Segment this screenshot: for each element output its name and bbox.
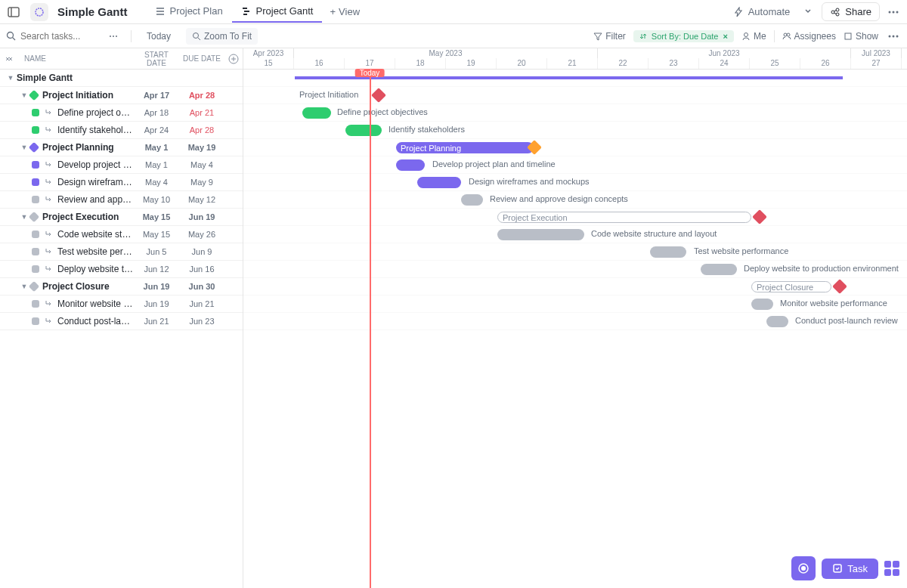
gantt-bar[interactable]: Project Planning [396, 142, 534, 153]
task-name[interactable]: Project Planning [42, 142, 134, 153]
gantt-bar[interactable] [751, 299, 773, 310]
task-status-icon[interactable] [32, 248, 39, 255]
task-row[interactable]: Deploy website to production environment… [0, 261, 243, 278]
task-start-date[interactable]: May 10 [134, 195, 179, 204]
task-row[interactable]: Monitor website performanceJun 19Jun 21 [0, 296, 243, 313]
task-start-date[interactable]: Jun 19 [134, 299, 179, 308]
task-status-icon[interactable] [32, 265, 39, 273]
toolbar-more-button[interactable] [886, 29, 901, 44]
gantt-body[interactable]: Today Project InitiationDefine project o… [243, 70, 907, 588]
task-row[interactable]: ▼Project PlanningMay 1May 19 [0, 139, 243, 156]
task-due-date[interactable]: Jun 21 [179, 299, 224, 308]
task-due-date[interactable]: May 19 [179, 143, 224, 152]
row-toggle[interactable]: ▼ [5, 74, 17, 82]
milestone-status-icon[interactable] [29, 281, 39, 292]
task-row[interactable]: Identify stakeholdersApr 24Apr 28 [0, 122, 243, 139]
task-due-date[interactable]: Jun 16 [179, 265, 224, 274]
task-due-date[interactable]: May 26 [179, 230, 224, 239]
task-name[interactable]: Monitor website performance [57, 299, 134, 309]
column-due-header[interactable]: Due Date [179, 54, 224, 63]
task-name[interactable]: Identify stakeholders [57, 125, 134, 135]
tab-project-gantt[interactable]: Project Gantt [232, 1, 323, 23]
task-due-date[interactable]: Apr 21 [179, 108, 224, 117]
column-start-header[interactable]: Start Date [134, 51, 179, 67]
tab-project-plan[interactable]: Project Plan [146, 1, 232, 23]
task-name[interactable]: Project Execution [42, 212, 134, 222]
gantt-milestone[interactable] [832, 279, 847, 294]
task-due-date[interactable]: Jun 19 [179, 212, 224, 221]
task-row[interactable]: ▼Project ExecutionMay 15Jun 19 [0, 209, 243, 226]
task-row[interactable]: Code website structure and layoutMay 15M… [0, 226, 243, 243]
filter-button[interactable]: Filter [593, 31, 626, 42]
task-start-date[interactable]: Apr 18 [134, 108, 179, 117]
task-name[interactable]: Test website performance [57, 246, 134, 257]
task-name[interactable]: Project Closure [42, 281, 134, 292]
task-row[interactable]: ▼Project InitiationApr 17Apr 28 [0, 87, 243, 104]
zoom-to-fit-button[interactable]: Zoom To Fit [186, 28, 258, 45]
task-name[interactable]: Simple Gantt [17, 73, 134, 83]
gantt-milestone[interactable] [371, 88, 386, 103]
task-start-date[interactable]: Apr 24 [134, 125, 179, 135]
sort-clear-button[interactable]: × [723, 32, 727, 41]
gantt-bar[interactable]: Project Execution [497, 212, 751, 223]
task-status-icon[interactable] [32, 231, 39, 238]
task-row[interactable]: ▼Simple Gantt [0, 70, 243, 87]
task-status-icon[interactable] [32, 300, 39, 308]
record-button[interactable] [791, 556, 816, 580]
automate-button[interactable]: Automate [726, 3, 798, 20]
task-status-icon[interactable] [32, 196, 39, 203]
task-row[interactable]: Conduct post-launch reviewJun 21Jun 23 [0, 313, 243, 330]
add-view-button[interactable]: + View [322, 1, 367, 23]
add-column-button[interactable] [224, 54, 243, 64]
gantt-bar[interactable] [461, 194, 483, 206]
task-start-date[interactable]: Apr 17 [134, 91, 179, 100]
share-button[interactable]: Share [822, 2, 880, 21]
milestone-status-icon[interactable] [29, 142, 39, 153]
task-due-date[interactable]: Jun 30 [179, 282, 224, 291]
task-row[interactable]: Review and approve design conceptsMay 10… [0, 191, 243, 209]
task-due-date[interactable]: Apr 28 [179, 91, 224, 100]
task-row[interactable]: Develop project plan and timelineMay 1Ma… [0, 156, 243, 174]
sort-pill[interactable]: Sort By: Due Date × [633, 30, 734, 42]
task-due-date[interactable]: Jun 23 [179, 317, 224, 326]
gantt-bar[interactable] [396, 159, 425, 171]
show-button[interactable]: Show [844, 31, 878, 42]
today-button[interactable]: Today [139, 28, 178, 45]
search-options-button[interactable] [104, 29, 123, 43]
task-start-date[interactable]: May 1 [134, 160, 179, 169]
gantt-bar[interactable] [417, 177, 461, 188]
task-name[interactable]: Define project objectives [57, 107, 134, 118]
task-due-date[interactable]: May 4 [179, 160, 224, 169]
more-menu-button[interactable] [886, 5, 901, 20]
app-icon[interactable] [30, 3, 48, 21]
column-name-header[interactable]: Name [18, 54, 134, 63]
milestone-status-icon[interactable] [29, 90, 39, 101]
task-name[interactable]: Deploy website to production environment [57, 264, 134, 274]
task-row[interactable]: Test website performanceJun 5Jun 9 [0, 243, 243, 261]
task-name[interactable]: Develop project plan and timeline [57, 159, 134, 170]
task-start-date[interactable]: May 15 [134, 212, 179, 221]
new-task-button[interactable]: Task [822, 559, 878, 579]
gantt-bar[interactable] [650, 246, 686, 258]
task-start-date[interactable]: Jun 19 [134, 282, 179, 291]
task-name[interactable]: Code website structure and layout [57, 229, 134, 240]
task-status-icon[interactable] [32, 109, 39, 116]
task-due-date[interactable]: Jun 9 [179, 247, 224, 256]
task-row[interactable]: Define project objectivesApr 18Apr 21 [0, 104, 243, 122]
gantt-bar[interactable] [302, 107, 331, 119]
task-start-date[interactable]: May 15 [134, 230, 179, 239]
task-row[interactable]: ▼Project ClosureJun 19Jun 30 [0, 278, 243, 296]
gantt-bar[interactable] [345, 125, 382, 136]
expand-all-button[interactable] [0, 54, 18, 63]
task-start-date[interactable]: Jun 21 [134, 317, 179, 326]
apps-button[interactable] [884, 561, 899, 576]
task-name[interactable]: Project Initiation [42, 90, 134, 101]
task-start-date[interactable]: May 1 [134, 143, 179, 152]
task-due-date[interactable]: Apr 28 [179, 125, 224, 135]
gantt-bar[interactable] [497, 229, 584, 240]
task-status-icon[interactable] [32, 178, 39, 186]
task-name[interactable]: Conduct post-launch review [57, 316, 134, 326]
automate-dropdown[interactable] [803, 6, 816, 18]
task-start-date[interactable]: Jun 12 [134, 265, 179, 274]
task-status-icon[interactable] [32, 126, 39, 134]
